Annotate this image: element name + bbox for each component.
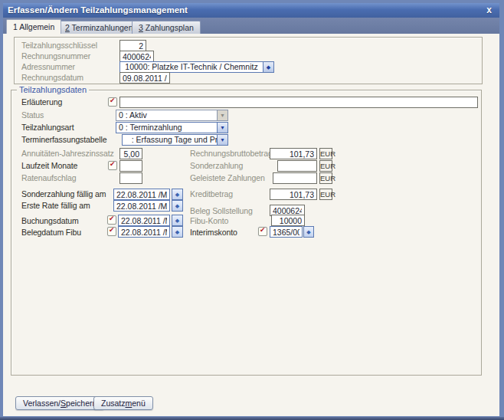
rechnungsdatum-field[interactable] (119, 72, 170, 84)
rechnungsdatum-label: Rechnungsdatum (21, 73, 83, 83)
close-icon[interactable]: x (486, 3, 492, 18)
window-title: Erfassen/Ändern Teilzahlungsmanagement (8, 5, 188, 15)
terminerfassungstabelle-dropdown-icon[interactable]: ▼ (217, 135, 227, 145)
terminerfassungstabelle-label: Terminerfassungstabelle (21, 135, 107, 145)
check-icon: ✔ (109, 226, 115, 234)
group-title: Teilzahlungsdaten (17, 85, 89, 94)
menu-label-pre: Zusatz (101, 399, 126, 408)
tab-allgemein-label: Allgemein (18, 22, 54, 31)
teilzahlungsdaten-group-box (11, 90, 482, 376)
teilzahlungsschluessel-label: Teilzahlungsschlüssel (21, 41, 97, 51)
buchungsdatum-label: Buchungsdatum (21, 216, 79, 226)
adressnummer-label: Adressnummer (21, 62, 75, 72)
ratenaufschlag-label: Ratenaufschlag (21, 173, 77, 183)
terminerfassungstabelle-value: : Erfassung Tage und Prozent (123, 135, 217, 145)
interimskonto-label: Interimskonto (190, 228, 237, 238)
interimskonto-spinner-icon[interactable]: ◆ (303, 226, 314, 238)
rechnungsnummer-label: Rechnungsnummer (21, 51, 90, 61)
geleistete-label: Geleistete Zahlungen (190, 173, 265, 183)
erlaeuterung-checkbox[interactable]: ✔ (108, 97, 117, 107)
verlassen-speichern-button[interactable]: Verlassen/Speichern (15, 396, 104, 410)
rechnungsbrutto-label: Rechnungsbruttobetrag (190, 149, 273, 159)
belegdatum-label: Belegdatum Fibu (21, 228, 81, 238)
belegdatum-spinner-icon[interactable]: ◆ (172, 226, 183, 238)
erste-rate-field[interactable] (113, 200, 170, 212)
teilzahlungsart-value: 0 : Terminzahlung (116, 123, 217, 133)
kreditbetrag-field[interactable] (270, 189, 317, 200)
fibu-konto-field[interactable] (271, 215, 305, 226)
erlaeuterung-label: Erläuterung (21, 97, 62, 107)
geleistete-field[interactable] (273, 172, 317, 184)
sonderzahlung-unit: EUR (319, 160, 332, 172)
rechnungsbrutto-unit: EUR (319, 148, 332, 159)
tab-zahlungsplan-label: Zahlungsplan (143, 23, 194, 32)
terminerfassungstabelle-combo[interactable]: : Erfassung Tage und Prozent ▼ (122, 134, 228, 146)
menu-label-post: enü (132, 399, 146, 408)
menu-label-mnemonic: m (126, 399, 133, 408)
laufzeit-checkbox[interactable]: ✔ (108, 161, 117, 170)
tab-zahlungsplan[interactable]: 3 Zahlungsplan (132, 21, 201, 34)
save-label-post: peichern (66, 399, 97, 408)
status-label: Status (21, 110, 44, 120)
belegdatum-checkbox[interactable]: ✔ (107, 227, 116, 236)
teilzahlungsart-label: Teilzahlungsart (21, 123, 74, 133)
annuitaeten-label: Annuitäten-Jahreszinssatz (21, 149, 114, 159)
annuitaeten-field[interactable] (119, 148, 142, 159)
teilzahlungsart-combo[interactable]: 0 : Terminzahlung ▼ (116, 122, 228, 133)
sonderzahlung-field[interactable] (277, 160, 317, 172)
buchungsdatum-checkbox[interactable]: ✔ (107, 215, 116, 225)
dialog-window: Erfassen/Ändern Teilzahlungsmanagement x… (0, 0, 504, 420)
status-value: 0 : Aktiv (116, 110, 217, 120)
fibu-konto-label: Fibu-Konto (190, 216, 228, 226)
tab-bar: 1 Allgemein 2 Terminzahlungen 3 Zahlungs… (3, 18, 499, 34)
geleistete-unit: EUR (319, 172, 332, 184)
tab-allgemein[interactable]: 1 Allgemein (6, 19, 61, 34)
save-label-mnemonic: S (61, 399, 66, 408)
status-combo: 0 : Aktiv ▼ (116, 110, 228, 121)
buchungsdatum-field[interactable] (118, 215, 170, 226)
window-bottom-shadow (0, 417, 504, 420)
tab-terminzahlungen[interactable]: 2 Terminzahlungen (58, 21, 140, 34)
check-icon: ✔ (260, 226, 266, 234)
sonderzahlung-faellig-field[interactable] (113, 189, 170, 200)
zusatzmenue-button[interactable]: Zusatzmenü (93, 396, 153, 410)
sonderzahlung-faellig-spinner-icon[interactable]: ◆ (172, 189, 183, 200)
laufzeit-label: Laufzeit Monate (21, 161, 77, 171)
kreditbetrag-unit: EUR (319, 189, 332, 200)
interimskonto-checkbox[interactable]: ✔ (258, 227, 267, 236)
check-icon: ✔ (110, 160, 116, 168)
erste-rate-spinner-icon[interactable]: ◆ (172, 200, 183, 212)
adressnummer-lookup-icon[interactable]: ◆ (263, 62, 273, 72)
title-bar: Erfassen/Ändern Teilzahlungsmanagement x (3, 3, 499, 18)
rechnungsnummer-field[interactable] (119, 51, 154, 62)
kreditbetrag-label: Kreditbetrag (190, 189, 233, 199)
rechnungsbrutto-field[interactable] (270, 148, 317, 159)
belegdatum-field[interactable] (118, 226, 170, 238)
check-icon: ✔ (110, 97, 116, 104)
buchungsdatum-spinner-icon[interactable]: ◆ (172, 215, 183, 226)
erste-rate-label: Erste Rate fällig am (21, 201, 90, 211)
tab-terminzahlungen-label: Terminzahlungen (70, 23, 133, 32)
interimskonto-field[interactable] (270, 226, 303, 238)
status-dropdown-icon: ▼ (217, 110, 227, 120)
beleg-sollstellung-label: Beleg Sollstellung (190, 206, 253, 216)
sonderzahlung-label: Sonderzahlung (190, 161, 243, 171)
erlaeuterung-field[interactable] (119, 97, 478, 108)
ratenaufschlag-field[interactable] (119, 172, 142, 184)
save-label-pre: Verlassen/ (23, 399, 61, 408)
check-icon: ✔ (109, 215, 115, 222)
teilzahlungsschluessel-field[interactable] (119, 40, 146, 51)
laufzeit-field[interactable] (119, 160, 142, 172)
adressnummer-combo[interactable]: 10000: Platzke IT-Technik / Chemnitz ◆ (119, 61, 274, 73)
teilzahlungsart-dropdown-icon[interactable]: ▼ (217, 123, 227, 133)
adressnummer-value: 10000: Platzke IT-Technik / Chemnitz (120, 62, 263, 72)
sonderzahlung-faellig-label: Sonderzahlung fällig am (21, 189, 106, 199)
